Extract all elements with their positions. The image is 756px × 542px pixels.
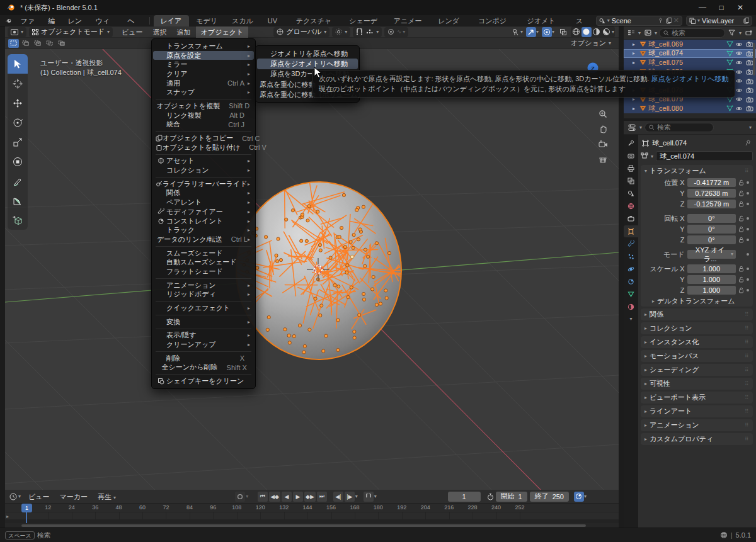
- panel-カスタムプロパティ[interactable]: ▸カスタムプロパティ⠿: [641, 433, 753, 445]
- properties-tab-tool[interactable]: [624, 137, 638, 149]
- menu-item[interactable]: トラック▸: [152, 225, 255, 235]
- properties-tab-output[interactable]: [624, 162, 638, 174]
- menu-item[interactable]: スムーズシェード: [152, 249, 255, 258]
- camera-icon[interactable]: [746, 105, 753, 111]
- minimize-button[interactable]: —: [693, 3, 712, 12]
- animate-dot[interactable]: [747, 217, 749, 220]
- submenu-item[interactable]: ジオメトリを原点へ移動: [256, 48, 359, 59]
- properties-tab-material[interactable]: [624, 301, 638, 313]
- pin-icon[interactable]: [745, 140, 752, 146]
- panel-シェーディング[interactable]: ▸シェーディング⠿: [641, 364, 753, 376]
- lock-open-icon[interactable]: [738, 201, 744, 207]
- xray-toggle[interactable]: [558, 27, 568, 37]
- keying-set-icon[interactable]: [574, 492, 584, 502]
- panel-grip-icon[interactable]: ⠿: [745, 409, 749, 414]
- viewlayer-name[interactable]: ViewLayer: [702, 17, 741, 25]
- viewport-canvas[interactable]: Z ユーザー・透視投影 (1) Collection | 球_cell.074: [5, 49, 619, 490]
- panel-ビューポート表示[interactable]: ▸ビューポート表示⠿: [641, 392, 753, 404]
- jump-to-start-button[interactable]: ⏮: [258, 492, 268, 502]
- menu-item[interactable]: コンストレイント▸: [152, 217, 255, 226]
- properties-tab-scene[interactable]: [624, 188, 638, 200]
- workspace-tab[interactable]: レンダリング: [431, 15, 471, 26]
- scene-selector[interactable]: ▾ Scene ✕: [596, 16, 682, 26]
- menu-item[interactable]: クイックエフェクト▸: [152, 303, 255, 313]
- properties-search[interactable]: 検索: [644, 123, 714, 132]
- menu-item[interactable]: オブジェクトを貼り付けCtrl V: [152, 143, 255, 152]
- eye-icon[interactable]: [735, 96, 743, 102]
- menu-item[interactable]: データのリンク/転送Ctrl L▸: [152, 235, 255, 244]
- workspace-tab[interactable]: モデリング: [189, 15, 225, 26]
- menu-item[interactable]: ライブラリオーバーライド▸: [152, 179, 255, 189]
- mode-selector[interactable]: オブジェクトモード▾: [29, 27, 113, 37]
- measure-tool[interactable]: [8, 191, 28, 210]
- value-field[interactable]: 0°: [687, 214, 736, 223]
- move-tool[interactable]: [8, 93, 28, 113]
- select-mode-new[interactable]: [8, 39, 19, 48]
- viewlayer-selector[interactable]: ▾ ViewLayer: [686, 16, 752, 26]
- outliner-display-mode[interactable]: [626, 28, 636, 38]
- shading-wireframe-button[interactable]: [571, 27, 581, 37]
- eye-icon[interactable]: [735, 78, 743, 84]
- new-scene-icon[interactable]: [665, 18, 672, 24]
- scale-tool[interactable]: [8, 132, 28, 152]
- menu-item[interactable]: ペアレント▸: [152, 198, 255, 207]
- autokey-button[interactable]: [235, 492, 245, 502]
- outliner-filter-icon[interactable]: [727, 28, 737, 38]
- viewport-menu-選択[interactable]: 選択: [148, 26, 172, 38]
- outliner-item[interactable]: ▸球_cell.080: [624, 104, 756, 113]
- animate-dot[interactable]: [747, 203, 749, 205]
- workspace-tab[interactable]: アニメーション: [387, 15, 431, 26]
- properties-tab-world[interactable]: [624, 200, 638, 212]
- jump-to-end-button[interactable]: ⏭: [317, 492, 327, 502]
- menu-item[interactable]: オブジェクトを複製Shift D: [152, 101, 255, 111]
- properties-tab-viewlayer[interactable]: [624, 175, 638, 187]
- menu-item[interactable]: オブジェクトをコピーCtrl C: [152, 133, 255, 143]
- ortho-toggle-icon[interactable]: [596, 152, 610, 166]
- panel-ラインアート[interactable]: ▸ラインアート⠿: [641, 405, 753, 417]
- menu-item[interactable]: トランスフォーム▸: [152, 42, 255, 51]
- animate-dot[interactable]: [747, 289, 749, 291]
- timeline-menu-再生[interactable]: 再生 ▾: [93, 491, 121, 502]
- panel-grip-icon[interactable]: ⠿: [745, 436, 749, 442]
- lock-open-icon[interactable]: [738, 190, 744, 196]
- value-field[interactable]: 0°: [687, 225, 736, 234]
- stopwatch-icon[interactable]: [486, 492, 496, 502]
- timeline-menu-マーカー[interactable]: マーカー: [55, 491, 93, 502]
- lock-open-icon[interactable]: [738, 226, 744, 232]
- eye-icon[interactable]: [735, 69, 743, 75]
- workspace-tab[interactable]: レイアウト: [154, 15, 190, 26]
- maximize-button[interactable]: □: [712, 3, 731, 12]
- properties-tab-particles[interactable]: [624, 251, 638, 263]
- select-box-tool[interactable]: [8, 54, 28, 74]
- workspace-tab[interactable]: スクリ: [569, 15, 596, 26]
- shading-solid-button[interactable]: [581, 27, 592, 37]
- workspace-tab[interactable]: コンポジティング: [471, 15, 520, 26]
- animate-dot[interactable]: [747, 253, 749, 256]
- select-mode-invert[interactable]: [44, 39, 55, 48]
- panel-grip-icon[interactable]: ⠿: [745, 312, 749, 317]
- lock-open-icon[interactable]: [738, 237, 744, 243]
- next-keyframe-button[interactable]: ◆▶: [304, 492, 316, 502]
- playhead-line[interactable]: [26, 512, 27, 523]
- panel-grip-icon[interactable]: ⠿: [745, 422, 749, 428]
- workspace-tab[interactable]: テクスチャペイント: [289, 15, 343, 26]
- camera-view-icon[interactable]: [596, 137, 610, 151]
- properties-tab-constraints[interactable]: [624, 276, 638, 288]
- proportional-edit-toggle[interactable]: ∿ ▾: [384, 27, 408, 37]
- select-mode-intersect[interactable]: [56, 39, 67, 48]
- panel-インスタンス化[interactable]: ▸インスタンス化⠿: [641, 336, 753, 348]
- transform-panel-header[interactable]: ▾ トランスフォーム ⠿: [641, 165, 753, 177]
- rotation-mode-dropdown[interactable]: XYZ オイラ...▾: [687, 250, 736, 259]
- value-field[interactable]: -0.12579 m: [687, 200, 736, 208]
- panel-grip-icon[interactable]: ⠿: [745, 367, 749, 373]
- menu-item[interactable]: 統合Ctrl J: [152, 120, 255, 130]
- workspace-tab[interactable]: UV編集: [261, 15, 289, 26]
- timeline-editor-type[interactable]: [8, 492, 18, 502]
- timeline-menu-ビュー[interactable]: ビュー: [23, 491, 55, 502]
- workspace-tab[interactable]: スカルプト: [225, 15, 261, 26]
- animate-dot[interactable]: [747, 278, 749, 281]
- animate-dot[interactable]: [747, 268, 749, 270]
- timeline-tracks[interactable]: ▸: [5, 512, 619, 523]
- rotate-tool[interactable]: [8, 113, 28, 132]
- eye-icon[interactable]: [735, 60, 743, 65]
